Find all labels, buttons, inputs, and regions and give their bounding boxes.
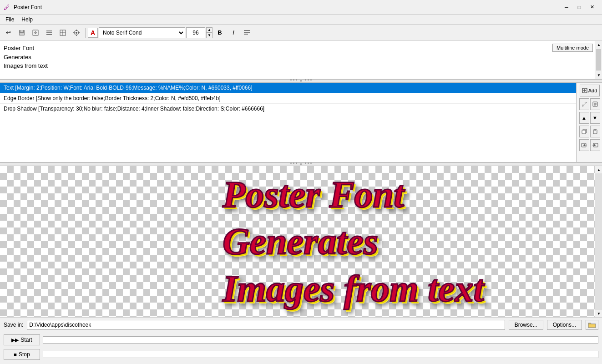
- preview-section: Poster Font Generates Images from text ▲…: [0, 166, 602, 317]
- save-row: Save in: Browse... Options...: [0, 318, 602, 332]
- new-button[interactable]: ↩: [2, 27, 15, 39]
- minimize-button[interactable]: ─: [560, 2, 573, 12]
- text-area-container: Poster Font Generates Images from text: [0, 41, 595, 79]
- save-button[interactable]: [15, 27, 28, 39]
- insert-before-button[interactable]: [579, 139, 589, 151]
- magic-button[interactable]: [70, 27, 83, 39]
- text-input-section: Poster Font Generates Images from text M…: [0, 41, 602, 79]
- move-up-button[interactable]: ▲: [579, 112, 589, 124]
- menu-help[interactable]: Help: [18, 15, 36, 24]
- maximize-button[interactable]: □: [573, 2, 586, 12]
- folder-icon-button[interactable]: [586, 320, 598, 330]
- section-divider-1[interactable]: ▼: [0, 79, 602, 83]
- font-size-down[interactable]: ▼: [206, 33, 212, 38]
- add-layer-button[interactable]: Add: [580, 85, 600, 96]
- font-size-input[interactable]: [186, 27, 205, 38]
- table-button[interactable]: [56, 27, 69, 39]
- insert-after-button[interactable]: [590, 139, 600, 151]
- layers-section: Text [Margin: 2;Position: W;Font: Arial …: [0, 83, 602, 162]
- font-name-dropdown[interactable]: Noto Serif Cond Arial Times New Roman Ge…: [99, 27, 185, 38]
- paste-layer-button[interactable]: [590, 126, 600, 137]
- svg-rect-29: [594, 129, 596, 131]
- preview-scrollbar: ▲ ▼: [595, 166, 602, 317]
- font-icon[interactable]: A: [88, 28, 98, 38]
- bottom-section: Save in: Browse... Options... ▶▶ Start ■…: [0, 317, 602, 364]
- start-icon: ▶▶: [11, 337, 19, 343]
- scroll-thumb[interactable]: [596, 49, 601, 71]
- preview-scroll-track[interactable]: [595, 173, 602, 310]
- italic-button[interactable]: I: [227, 27, 240, 39]
- preview-line-3: Images from text: [223, 268, 484, 309]
- preview-text-container: Poster Font Generates Images from text: [223, 174, 484, 309]
- preview-line-1: Poster Font: [223, 174, 484, 215]
- toolbar: ↩: [0, 25, 602, 41]
- svg-point-11: [76, 32, 77, 34]
- browse-button[interactable]: Browse...: [509, 320, 543, 330]
- section-divider-2[interactable]: ▼: [0, 162, 602, 166]
- bold-button[interactable]: B: [213, 27, 226, 39]
- menu-file[interactable]: File: [2, 15, 18, 24]
- svg-rect-1: [20, 30, 23, 32]
- justify-button[interactable]: [241, 27, 253, 39]
- preview-scroll-down[interactable]: ▼: [595, 310, 602, 317]
- svg-marker-32: [583, 144, 585, 146]
- save-path-input[interactable]: [27, 320, 505, 330]
- font-size-up[interactable]: ▲: [206, 27, 212, 33]
- scroll-up-arrow[interactable]: ▲: [595, 41, 602, 48]
- stop-label: Stop: [19, 351, 30, 358]
- start-label: Start: [20, 337, 32, 343]
- layers-toolbar: Add ▲ ▼: [577, 83, 602, 162]
- start-row: ▶▶ Start: [4, 334, 598, 346]
- close-button[interactable]: ✕: [586, 2, 598, 12]
- scroll-down-arrow[interactable]: ▼: [595, 71, 602, 79]
- app-icon: 🖊: [4, 4, 11, 11]
- menu-bar: File Help: [0, 15, 602, 25]
- stop-icon: ■: [14, 352, 17, 357]
- preview-line-2: Generates: [223, 221, 484, 262]
- start-button[interactable]: ▶▶ Start: [4, 334, 40, 345]
- properties-layer-button[interactable]: [590, 98, 600, 110]
- toolbar-separator-1: [85, 28, 86, 38]
- layer-item[interactable]: Text [Margin: 2;Position: W;Font: Arial …: [0, 83, 576, 93]
- stop-button[interactable]: ■ Stop: [4, 349, 40, 360]
- start-progress-bar: [43, 336, 598, 344]
- edit-layer-button[interactable]: [579, 98, 589, 110]
- copy-layer-button[interactable]: [579, 126, 589, 137]
- save-in-label: Save in:: [4, 322, 23, 328]
- title-bar: 🖊 Poster Font ─ □ ✕: [0, 0, 602, 15]
- options-button[interactable]: Options...: [547, 320, 582, 330]
- stop-row: ■ Stop: [4, 348, 598, 361]
- title-text: Poster Font: [14, 4, 560, 10]
- stop-progress-bar: [43, 351, 598, 358]
- export-button[interactable]: [29, 27, 42, 39]
- layer-item[interactable]: Edge Border [Show only the border: false…: [0, 93, 576, 104]
- move-down-button[interactable]: ▼: [590, 112, 600, 124]
- preview-scroll-up[interactable]: ▲: [595, 166, 602, 173]
- layers-list: Text [Margin: 2;Position: W;Font: Arial …: [0, 83, 577, 162]
- layer-item[interactable]: Drop Shadow [Transparency: 30;No blur: f…: [0, 104, 576, 114]
- multiline-button[interactable]: Multiline mode: [552, 44, 593, 52]
- main-textarea[interactable]: Poster Font Generates Images from text: [0, 41, 595, 77]
- svg-rect-27: [582, 130, 586, 134]
- text-scrollbar: ▲ ▼: [595, 41, 602, 79]
- svg-rect-2: [20, 33, 24, 35]
- progress-section: ▶▶ Start ■ Stop: [0, 332, 602, 364]
- align-button[interactable]: [43, 27, 56, 39]
- svg-marker-35: [594, 144, 596, 146]
